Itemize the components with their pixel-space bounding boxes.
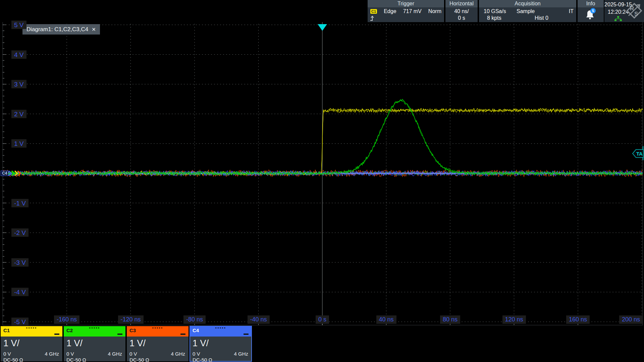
diagram-tab-label: Diagram1: C1,C2,C3,C4 [26, 26, 88, 33]
y-axis-label: 2 V [11, 110, 26, 118]
channel-bandwidth: 4 GHz [234, 351, 248, 357]
drag-handle-dots-icon: ••••• [152, 325, 163, 330]
x-axis-label: 0 s [316, 315, 329, 324]
drag-handle-dots-icon: ••••• [215, 325, 226, 330]
trigger-source-badge: C1 [370, 9, 377, 14]
y-axis-label: -5 V [11, 318, 29, 326]
channel-scale: 1 V/ [193, 338, 209, 349]
sample-rate: 10 GSa/s [484, 8, 506, 15]
channel-bar: C1•••••1 V/0 V4 GHzDC-50 ΩC2•••••1 V/0 V… [0, 326, 644, 362]
y-axis-label: -2 V [11, 229, 29, 237]
y-axis-label: 5 V [11, 21, 26, 29]
x-axis-label: 80 ns [440, 315, 460, 324]
channel-name: C3 [129, 327, 136, 333]
ta-annotation-label: TA [636, 151, 643, 157]
channel-scale: 1 V/ [129, 338, 146, 349]
drag-handle-dots-icon: ••••• [89, 325, 100, 330]
minimize-icon[interactable] [54, 334, 59, 335]
horizontal-section-title: Horizontal [445, 0, 478, 7]
trace-c1[interactable] [3, 108, 643, 175]
x-axis-label: 120 ns [502, 315, 526, 324]
rs-logo: R S [625, 1, 644, 21]
interpolation-flag: IT [569, 8, 574, 15]
minimize-icon[interactable] [117, 334, 122, 335]
logo-letter-s: S [634, 11, 638, 17]
channel-offset: 0 V [129, 351, 137, 357]
close-icon[interactable]: ✕ [92, 26, 96, 32]
horizontal-scale: 40 ns/ [445, 8, 478, 15]
channel-offset: 0 V [193, 351, 200, 357]
info-section-title: Info [578, 0, 604, 7]
y-axis-label: 3 V [11, 80, 26, 88]
trigger-level: 717 mV [403, 8, 422, 15]
channel-coupling: DC-50 Ω [193, 357, 212, 362]
channel-coupling: DC-50 Ω [66, 357, 86, 362]
y-axis-label: -1 V [11, 199, 29, 207]
x-axis-label: -120 ns [118, 315, 143, 324]
channel-coupling: DC-50 Ω [129, 357, 149, 362]
y-axis-label: 4 V [11, 50, 26, 59]
logo-letter-r: R [630, 5, 634, 12]
channel-name: C4 [193, 327, 199, 333]
notification-count-badge: 5 [590, 8, 596, 13]
acquisition-settings-button[interactable]: Acquisition 10 GSa/s 8 kpts Sample Hist … [479, 0, 576, 22]
y-axis-label: 1 V [11, 139, 26, 148]
trigger-settings-button[interactable]: Trigger C1 Edge 717 mV Norm [368, 0, 444, 22]
waveform-canvas [0, 0, 644, 362]
y-axis-label: -3 V [11, 258, 29, 266]
channel-offset-marker[interactable]: C4 [1, 170, 22, 177]
datetime-display: 2025-09-15 12:20:24 R S [604, 0, 644, 22]
minimize-icon[interactable] [180, 334, 185, 335]
horizontal-position: 0 s [445, 15, 478, 21]
trigger-type: Edge [384, 8, 396, 15]
record-length: 8 kpts [487, 15, 501, 21]
channel-bandwidth: 4 GHz [171, 351, 185, 357]
x-axis-label: -160 ns [54, 315, 79, 324]
channel-scale: 1 V/ [66, 338, 83, 349]
channel-bandwidth: 4 GHz [45, 351, 59, 357]
channel-coupling: DC-50 Ω [3, 357, 23, 362]
channel-panel-c4[interactable]: C4•••••1 V/0 V4 GHzDC-50 Ω [190, 326, 252, 361]
x-axis-label: 40 ns [376, 315, 396, 324]
x-axis-label: 200 ns [619, 315, 643, 324]
channel-panel-c2[interactable]: C2•••••1 V/0 V4 GHzDC-50 Ω [64, 326, 125, 361]
edge-trigger-icon [370, 15, 375, 21]
info-button[interactable]: Info 5 [578, 0, 604, 22]
x-axis-label: -80 ns [183, 315, 206, 324]
trigger-section-title: Trigger [368, 0, 444, 7]
trace-c1[interactable] [3, 109, 643, 175]
trigger-marker[interactable] [318, 24, 327, 31]
channel-name: C1 [3, 327, 10, 333]
trigger-mode: Norm [428, 8, 441, 15]
channel-offset: 0 V [66, 351, 74, 357]
status-bar: Trigger C1 Edge 717 mV Norm Horizontal 4… [0, 0, 644, 22]
history-status: Hist 0 [535, 15, 548, 21]
offset-marker-chevrons-icon [8, 170, 22, 177]
network-icon [614, 16, 622, 21]
minimize-icon[interactable] [244, 334, 249, 335]
channel-scale: 1 V/ [3, 338, 19, 349]
horizontal-settings-button[interactable]: Horizontal 40 ns/ 0 s [445, 0, 478, 22]
drag-handle-dots-icon: ••••• [26, 325, 37, 330]
channel-bandwidth: 4 GHz [108, 351, 122, 357]
acquisition-section-title: Acquisition [479, 0, 576, 7]
x-axis-label: 160 ns [566, 315, 590, 324]
y-axis-label: -4 V [11, 288, 29, 296]
x-axis-label: -40 ns [247, 315, 269, 324]
offset-marker-label: C4 [1, 171, 8, 176]
acquisition-mode: Sample [517, 8, 535, 15]
channel-name: C2 [66, 327, 73, 333]
trace-c2[interactable] [3, 99, 643, 175]
trace-c2[interactable] [3, 100, 643, 174]
channel-offset: 0 V [3, 351, 11, 357]
channel-panel-c1[interactable]: C1•••••1 V/0 V4 GHzDC-50 Ω [1, 326, 62, 361]
oscilloscope-screen: Trigger C1 Edge 717 mV Norm Horizontal 4… [0, 0, 644, 362]
channel-panel-c3[interactable]: C3•••••1 V/0 V4 GHzDC-50 Ω [127, 326, 189, 361]
ta-annotation: TA [632, 149, 644, 158]
diagram-tab[interactable]: Diagram1: C1,C2,C3,C4✕ [22, 24, 100, 35]
